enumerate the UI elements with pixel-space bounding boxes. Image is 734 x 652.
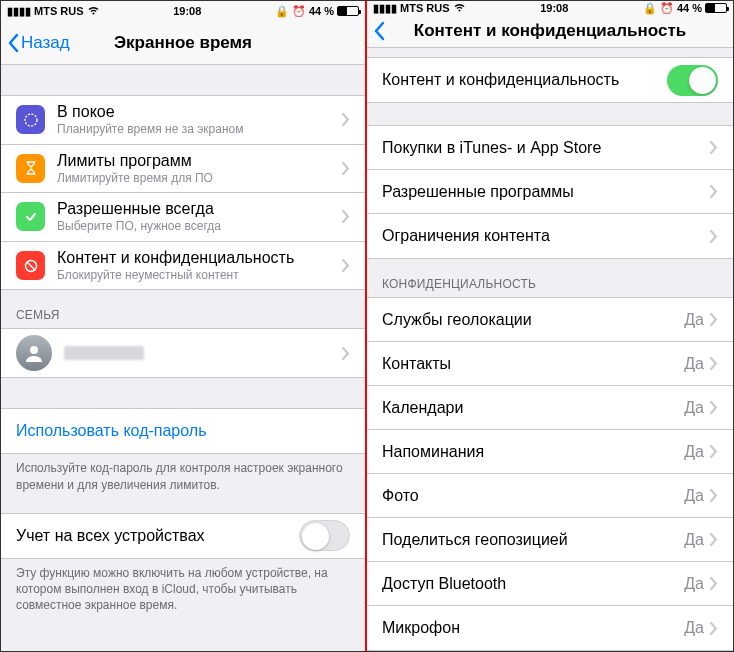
status-bar: ▮▮▮▮ MTS RUS 19:08 🔒 ⏰ 44 %	[1, 1, 365, 21]
row-subtitle: Лимитируйте время для ПО	[57, 171, 342, 187]
alarm-icon: ⏰	[660, 2, 674, 15]
row-subtitle: Выберите ПО, нужное всегда	[57, 219, 342, 235]
chevron-right-icon	[342, 210, 350, 223]
reminders-row[interactable]: Напоминания Да	[367, 430, 733, 474]
passcode-group: Использовать код-пароль	[1, 408, 365, 454]
contacts-row[interactable]: Контакты Да	[367, 342, 733, 386]
family-member-row[interactable]	[1, 329, 365, 377]
content-privacy-row[interactable]: Контент и конфиденциальность Блокируйте …	[1, 242, 365, 290]
downtime-row[interactable]: В покое Планируйте время не за экраном	[1, 96, 365, 145]
screen-time-pane: ▮▮▮▮ MTS RUS 19:08 🔒 ⏰ 44 % Назад Экранн…	[1, 1, 367, 651]
row-value: Да	[684, 399, 704, 417]
back-button[interactable]: Назад	[1, 33, 70, 53]
row-title: Службы геолокации	[382, 310, 684, 330]
row-title: Разрешенные всегда	[57, 199, 342, 219]
check-icon	[16, 202, 45, 231]
svg-point-2	[30, 346, 38, 354]
allowed-apps-row[interactable]: Разрешенные программы	[367, 170, 733, 214]
chevron-right-icon	[342, 347, 350, 360]
alarm-icon: ⏰	[292, 5, 306, 18]
link-label: Использовать код-пароль	[16, 421, 350, 441]
hourglass-icon	[16, 154, 45, 183]
row-title: Ограничения контента	[382, 226, 710, 246]
svg-point-0	[25, 114, 37, 126]
chevron-right-icon	[710, 445, 718, 458]
microphone-row[interactable]: Микрофон Да	[367, 606, 733, 650]
chevron-right-icon	[710, 357, 718, 370]
location-services-row[interactable]: Службы геолокации Да	[367, 298, 733, 342]
calendars-row[interactable]: Календари Да	[367, 386, 733, 430]
page-title: Контент и конфиденциальность	[367, 21, 733, 41]
row-title: Поделиться геопозицией	[382, 530, 684, 550]
row-title: Контент и конфиденциальность	[57, 248, 342, 268]
battery-pct: 44 %	[309, 5, 334, 17]
main-options-group: В покое Планируйте время не за экраном Л…	[1, 95, 365, 290]
time-label: 19:08	[540, 2, 568, 14]
privacy-header: КОНФИДЕНЦИАЛЬНОСТЬ	[367, 259, 733, 297]
row-title: Покупки в iTunes- и App Store	[382, 138, 710, 158]
photos-row[interactable]: Фото Да	[367, 474, 733, 518]
use-passcode-link[interactable]: Использовать код-пароль	[1, 409, 365, 453]
signal-icon: ▮▮▮▮	[373, 2, 397, 15]
share-footer: Эту функцию можно включить на любом устр…	[1, 559, 365, 622]
row-subtitle: Блокируйте неуместный контент	[57, 268, 342, 284]
privacy-group: Службы геолокации Да Контакты Да Календа…	[367, 297, 733, 651]
chevron-right-icon	[342, 113, 350, 126]
row-title: Контент и конфиденциальность	[382, 70, 667, 90]
back-label: Назад	[21, 33, 70, 53]
carrier-label: MTS RUS	[400, 2, 450, 14]
time-label: 19:08	[173, 5, 201, 17]
row-title: Календари	[382, 398, 684, 418]
row-value: Да	[684, 311, 704, 329]
row-title: Разрешенные программы	[382, 182, 710, 202]
row-title: Учет на всех устройствах	[16, 526, 299, 546]
passcode-footer: Используйте код-пароль для контроля наст…	[1, 454, 365, 500]
back-button[interactable]	[367, 21, 385, 41]
chevron-right-icon	[710, 622, 718, 635]
app-limits-row[interactable]: Лимиты программ Лимитируйте время для ПО	[1, 145, 365, 194]
nav-bar: Назад Экранное время	[1, 21, 365, 65]
row-value: Да	[684, 355, 704, 373]
battery-icon	[705, 3, 727, 13]
wifi-icon	[453, 2, 466, 14]
downtime-icon	[16, 105, 45, 134]
row-title: Фото	[382, 486, 684, 506]
row-subtitle: Планируйте время не за экраном	[57, 122, 342, 138]
chevron-right-icon	[710, 577, 718, 590]
row-title: Лимиты программ	[57, 151, 342, 171]
restrictions-group: Покупки в iTunes- и App Store Разрешенны…	[367, 125, 733, 259]
row-title: Микрофон	[382, 618, 684, 638]
itunes-purchases-row[interactable]: Покупки в iTunes- и App Store	[367, 126, 733, 170]
row-value: Да	[684, 575, 704, 593]
wifi-icon	[87, 5, 100, 17]
share-across-row[interactable]: Учет на всех устройствах	[1, 514, 365, 558]
content-restrictions-row[interactable]: Ограничения контента	[367, 214, 733, 258]
row-value: Да	[684, 443, 704, 461]
orientation-lock-icon: 🔒	[275, 5, 289, 18]
always-allowed-row[interactable]: Разрешенные всегда Выберите ПО, нужное в…	[1, 193, 365, 242]
nav-bar: Контент и конфиденциальность	[367, 16, 733, 49]
chevron-right-icon	[710, 313, 718, 326]
battery-icon	[337, 6, 359, 16]
status-bar: ▮▮▮▮ MTS RUS 19:08 🔒 ⏰ 44 %	[367, 1, 733, 16]
bluetooth-row[interactable]: Доступ Bluetooth Да	[367, 562, 733, 606]
orientation-lock-icon: 🔒	[643, 2, 657, 15]
content-privacy-pane: ▮▮▮▮ MTS RUS 19:08 🔒 ⏰ 44 % Контент и ко…	[367, 1, 733, 651]
content-privacy-toggle-row[interactable]: Контент и конфиденциальность	[367, 58, 733, 102]
share-toggle[interactable]	[299, 520, 350, 551]
row-title: В покое	[57, 102, 342, 122]
battery-pct: 44 %	[677, 2, 702, 14]
chevron-right-icon	[710, 533, 718, 546]
chevron-right-icon	[710, 230, 718, 243]
share-group: Учет на всех устройствах	[1, 513, 365, 559]
content-privacy-toggle[interactable]	[667, 65, 718, 96]
row-title: Напоминания	[382, 442, 684, 462]
row-title: Доступ Bluetooth	[382, 574, 684, 594]
row-title: Контакты	[382, 354, 684, 374]
family-group	[1, 328, 365, 378]
chevron-right-icon	[710, 185, 718, 198]
chevron-right-icon	[710, 141, 718, 154]
chevron-right-icon	[342, 162, 350, 175]
share-location-row[interactable]: Поделиться геопозицией Да	[367, 518, 733, 562]
signal-icon: ▮▮▮▮	[7, 5, 31, 18]
